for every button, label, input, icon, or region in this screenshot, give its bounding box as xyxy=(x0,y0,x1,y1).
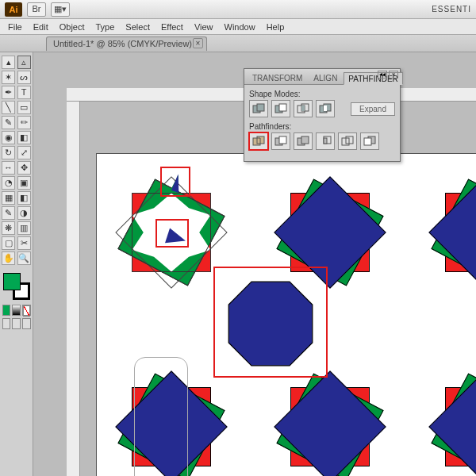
tool-pencil[interactable]: ✏ xyxy=(17,116,31,129)
fill-mode-row xyxy=(2,305,31,316)
rotate-icon: ↻ xyxy=(5,148,12,157)
shapebuilder-icon: ◔ xyxy=(5,178,13,187)
document-tab[interactable]: Untitled-1* @ 85% (CMYK/Preview) × xyxy=(46,36,207,51)
ruler-vertical[interactable] xyxy=(67,102,80,476)
tool-line[interactable]: ╲ xyxy=(2,101,15,114)
tool-pen[interactable]: ✒ xyxy=(2,86,15,99)
pathfinders-row xyxy=(249,132,395,150)
minus-front-button[interactable] xyxy=(271,100,290,117)
workspace-switcher[interactable]: ESSENTI xyxy=(432,5,471,13)
tool-magic-wand[interactable]: ✶ xyxy=(2,71,15,84)
trim-button[interactable] xyxy=(271,132,290,150)
tool-direct-selection[interactable]: ▵ xyxy=(17,56,31,69)
minus-back-button[interactable] xyxy=(360,132,379,150)
tool-eraser[interactable]: ◧ xyxy=(17,131,31,144)
fill-swatch[interactable] xyxy=(3,273,21,290)
fill-stroke-control[interactable] xyxy=(3,273,30,300)
tool-type[interactable]: T xyxy=(17,86,31,99)
none-mode-icon[interactable] xyxy=(22,305,31,316)
tool-eyedropper[interactable]: ✎ xyxy=(2,206,15,220)
menu-window[interactable]: Window xyxy=(225,22,255,32)
tool-panel: ▴ ▵ ✶ ᔕ ✒ T ╲ ▭ ✎ ✏ ◉ ◧ ↻ ⤢ ↔ ✥ ◔ ▣ ▦ ◧ … xyxy=(0,52,33,476)
menu-object[interactable]: Object xyxy=(60,22,85,32)
pathfinder-panel[interactable]: TRANSFORM ALIGN PATHFINDER ◂◂ × Shape Mo… xyxy=(244,68,401,162)
brush-icon: ✎ xyxy=(5,118,12,127)
tool-width[interactable]: ↔ xyxy=(2,161,15,175)
svg-rect-20 xyxy=(324,138,327,144)
tool-hand[interactable]: ✋ xyxy=(2,251,15,265)
rect-icon: ▭ xyxy=(20,103,28,112)
menu-file[interactable]: File xyxy=(8,22,22,32)
result-shape-polygon[interactable] xyxy=(223,276,318,371)
type-icon: T xyxy=(21,88,27,97)
draw-normal-icon[interactable] xyxy=(2,318,11,329)
tool-blend[interactable]: ◑ xyxy=(17,206,31,220)
tab-transform[interactable]: TRANSFORM xyxy=(248,71,307,84)
cursor-icon: ▴ xyxy=(6,58,11,67)
pathfinders-label: Pathfinders: xyxy=(249,122,395,131)
blend-icon: ◑ xyxy=(20,209,28,217)
tool-rotate[interactable]: ↻ xyxy=(2,146,15,159)
color-mode-icon[interactable] xyxy=(2,305,11,316)
crop-button[interactable] xyxy=(316,132,335,150)
mesh-icon: ▦ xyxy=(5,194,13,202)
tool-gradient[interactable]: ◧ xyxy=(17,191,31,205)
menu-select[interactable]: Select xyxy=(125,22,150,32)
svg-rect-24 xyxy=(364,138,371,145)
scale-icon: ⤢ xyxy=(21,148,28,157)
menu-edit[interactable]: Edit xyxy=(33,22,48,32)
svg-rect-7 xyxy=(301,106,305,111)
tool-free-transform[interactable]: ✥ xyxy=(17,161,31,175)
menu-help[interactable]: Help xyxy=(267,22,285,32)
panel-collapse-icon[interactable]: ◂◂ xyxy=(378,71,387,79)
result-shape-triangle[interactable] xyxy=(163,227,186,244)
divide-button[interactable] xyxy=(249,132,268,150)
panel-close-icon[interactable]: × xyxy=(389,71,398,79)
menu-effect[interactable]: Effect xyxy=(161,22,183,32)
tool-symbol-sprayer[interactable]: ❋ xyxy=(2,221,15,235)
tool-slice[interactable]: ✂ xyxy=(17,236,31,250)
tool-graph[interactable]: ▥ xyxy=(17,221,31,235)
merge-button[interactable] xyxy=(294,132,313,150)
draw-inside-icon[interactable] xyxy=(22,318,31,329)
tool-paintbrush[interactable]: ✎ xyxy=(2,116,15,129)
unite-button[interactable] xyxy=(249,100,268,117)
menu-type[interactable]: Type xyxy=(96,22,115,32)
bridge-button[interactable]: Br xyxy=(27,2,46,17)
gradient-mode-icon[interactable] xyxy=(12,305,21,316)
tool-perspective[interactable]: ▣ xyxy=(17,176,31,190)
arrange-docs-button[interactable]: ▦▾ xyxy=(51,2,70,17)
shape-modes-label: Shape Modes: xyxy=(249,90,395,98)
shape-cluster-5[interactable] xyxy=(267,363,393,476)
transform-icon: ✥ xyxy=(21,163,28,172)
menu-view[interactable]: View xyxy=(194,22,213,32)
tool-selection[interactable]: ▴ xyxy=(2,56,15,69)
perspective-icon: ▣ xyxy=(20,178,28,187)
tool-lasso[interactable]: ᔕ xyxy=(17,71,31,84)
menu-bar: File Edit Object Type Select Effect View… xyxy=(0,19,476,35)
svg-marker-0 xyxy=(228,282,313,366)
eraser-icon: ◧ xyxy=(20,133,28,142)
expand-button[interactable]: Expand xyxy=(351,102,395,116)
tool-scale[interactable]: ⤢ xyxy=(17,146,31,159)
tool-rectangle[interactable]: ▭ xyxy=(17,101,31,114)
tool-artboard[interactable]: ▢ xyxy=(2,236,15,250)
intersect-button[interactable] xyxy=(294,100,313,117)
pen-icon: ✒ xyxy=(5,88,12,97)
exclude-button[interactable] xyxy=(316,100,335,117)
panel-tabstrip: TRANSFORM ALIGN PATHFINDER ◂◂ × xyxy=(244,69,400,85)
tool-shape-builder[interactable]: ◔ xyxy=(2,176,15,190)
tool-zoom[interactable]: 🔍 xyxy=(17,251,31,265)
close-document-icon[interactable]: × xyxy=(193,38,203,48)
selection-outline xyxy=(134,357,188,476)
svg-rect-4 xyxy=(279,104,286,111)
tool-blob-brush[interactable]: ◉ xyxy=(2,131,15,144)
tool-mesh[interactable]: ▦ xyxy=(2,191,15,205)
tab-align[interactable]: ALIGN xyxy=(309,71,342,84)
pencil-icon: ✏ xyxy=(21,118,28,127)
draw-behind-icon[interactable] xyxy=(12,318,21,329)
app-badge: Ai xyxy=(5,2,22,17)
outline-button[interactable] xyxy=(338,132,357,150)
shape-cluster-6[interactable] xyxy=(421,363,476,476)
shape-cluster-3[interactable] xyxy=(421,169,476,296)
